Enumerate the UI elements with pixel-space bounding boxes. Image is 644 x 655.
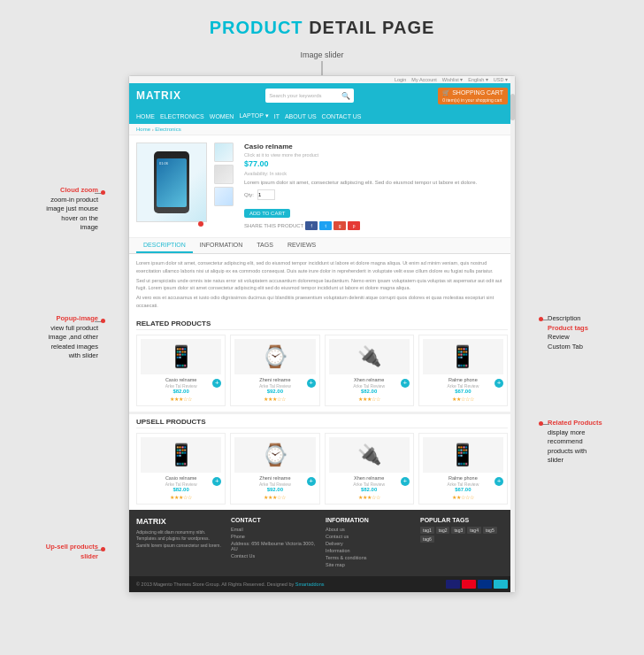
related-product-3-image[interactable]: 🔌 xyxy=(329,339,410,374)
related-product-1-image[interactable]: 📱 xyxy=(141,339,221,374)
nav-it[interactable]: IT xyxy=(274,113,280,119)
upsell-product-4-image[interactable]: 📱 xyxy=(423,437,503,473)
related-product-3-stars: ★★★☆☆ xyxy=(329,396,410,402)
upsell-product-1-image[interactable]: 📱 xyxy=(141,437,221,473)
footer-about-text: Adipiscing elit diam nonummy nibh. Templ… xyxy=(136,529,224,550)
footer-phone[interactable]: Phone xyxy=(231,534,318,539)
breadcrumb-electronics[interactable]: Electronics xyxy=(155,127,180,132)
related-product-2-name: Zheni relname xyxy=(234,377,315,382)
breadcrumb: Home › Electronics xyxy=(129,124,515,135)
product-image-wrapper: 01:06 xyxy=(136,143,207,230)
browser-scrollbar[interactable] xyxy=(510,76,515,592)
tag-3[interactable]: tag3 xyxy=(451,527,465,534)
upsell-product-4-add[interactable]: + xyxy=(494,477,503,486)
description-text: Lorem ipsum dolor sit amet, consectetur … xyxy=(136,259,508,274)
share-label: SHARE THIS PRODUCT xyxy=(244,223,303,228)
related-product-1-price: $82.00 xyxy=(141,389,221,394)
share-row: SHARE THIS PRODUCT f t g p xyxy=(244,221,508,230)
store-nav: HOME ELECTRONICS WOMEN LAPTOP ▾ IT ABOUT… xyxy=(129,108,515,124)
page-title: PRODUCT DETAIL PAGE xyxy=(9,18,635,38)
upsell-product-3-name: Xhen relname xyxy=(329,475,410,481)
footer-about-col: MATRIX Adipiscing elit diam nonummy nibh… xyxy=(136,517,224,569)
nav-contact[interactable]: CONTACT US xyxy=(322,113,362,119)
upsell-iron-icon: 🔌 xyxy=(357,443,381,466)
popup-trigger-dot[interactable] xyxy=(198,221,203,227)
gplus-share-btn[interactable]: g xyxy=(334,221,346,230)
store-logo: MATRIX xyxy=(136,89,181,102)
footer-information[interactable]: Information xyxy=(326,548,413,553)
related-product-1-name: Casio relname xyxy=(141,377,221,382)
related-product-3-add[interactable]: + xyxy=(401,379,410,388)
related-product-4-add[interactable]: + xyxy=(494,379,503,388)
popup-image-label: Popup-image xyxy=(49,314,98,324)
tab-information[interactable]: INFORMATION xyxy=(193,238,249,253)
currency-link[interactable]: English ▾ xyxy=(468,77,488,82)
footer-sitemap[interactable]: Site map xyxy=(326,562,413,567)
nav-home[interactable]: HOME xyxy=(136,113,155,119)
footer-contact-link-2[interactable]: Contact us xyxy=(326,534,413,539)
tag-2[interactable]: tag2 xyxy=(436,527,450,534)
upsell-product-2-image[interactable]: ⌚ xyxy=(234,437,315,473)
upsell-product-3-image[interactable]: 🔌 xyxy=(329,437,410,473)
cart-button[interactable]: 🛒 SHOPPING CART 0 item(s) in your shoppi… xyxy=(438,88,508,104)
scrollbar-thumb[interactable] xyxy=(510,94,515,120)
footer-terms[interactable]: Terms & conditions xyxy=(326,555,413,560)
twitter-share-btn[interactable]: t xyxy=(319,221,332,230)
product-detail-section: 01:06 xyxy=(129,135,515,238)
tab-review-annotation: Review xyxy=(548,333,588,343)
popup-image-desc: view full productimage ,and otherreleate… xyxy=(49,324,98,361)
tab-product-tags-annotation: Product tags xyxy=(548,324,588,334)
visa-icon xyxy=(446,580,460,589)
cloud-zoom-annotation: Cloud zoom zoom-in productimage just mou… xyxy=(46,186,98,233)
quantity-input[interactable] xyxy=(257,189,275,200)
thumb-3[interactable] xyxy=(214,187,234,206)
search-icon[interactable]: 🔍 xyxy=(341,92,350,100)
footer-email[interactable]: Email xyxy=(231,527,318,532)
related-product-4-image[interactable]: 📱 xyxy=(423,339,503,374)
upsell-product-2-add[interactable]: + xyxy=(307,477,316,486)
upsell-product-3: 🔌 Xhen relname Arke Tal Review $82.00 ★★… xyxy=(325,433,414,505)
upsell-tablet2-icon: 📱 xyxy=(449,443,476,467)
tag-4[interactable]: tag4 xyxy=(467,527,481,534)
breadcrumb-home[interactable]: Home xyxy=(136,127,150,132)
thumb-2[interactable] xyxy=(214,165,234,184)
tab-tags[interactable]: TAGS xyxy=(249,238,280,253)
related-product-4-stars: ★★☆☆☆ xyxy=(423,396,503,402)
thumb-1[interactable] xyxy=(214,143,234,162)
related-product-3-name: Xhen relname xyxy=(329,377,410,382)
related-product-2-add[interactable]: + xyxy=(307,379,316,388)
language-link[interactable]: USD ▾ xyxy=(494,77,508,82)
wishlist-link[interactable]: Wishlist ▾ xyxy=(442,77,463,82)
tag-1[interactable]: tag1 xyxy=(420,527,434,534)
tag-6[interactable]: tag6 xyxy=(420,536,434,543)
add-to-cart-button[interactable]: ADD TO CART xyxy=(244,209,290,218)
nav-about[interactable]: ABOUT US xyxy=(285,113,317,119)
related-product-2-image[interactable]: ⌚ xyxy=(234,339,315,374)
main-product-image[interactable]: 01:06 xyxy=(136,143,207,222)
nav-laptop[interactable]: LAPTOP ▾ xyxy=(239,112,268,119)
store-search-bar[interactable]: Search your keywords 🔍 xyxy=(265,89,354,103)
tablet-icon: 📱 xyxy=(168,344,195,369)
upsell-product-3-add[interactable]: + xyxy=(401,477,410,486)
nav-electronics[interactable]: ELECTRONICS xyxy=(160,113,204,119)
facebook-share-btn[interactable]: f xyxy=(305,221,318,230)
image-slider-label: Image slider xyxy=(300,50,343,59)
title-rest: DETAIL PAGE xyxy=(303,18,435,37)
my-account-link[interactable]: My Account xyxy=(411,77,436,82)
login-link[interactable]: Login xyxy=(395,77,406,82)
footer-about-link[interactable]: About us xyxy=(326,527,413,532)
footer-info-col: INFORMATION About us Contact us Delivery… xyxy=(326,517,413,569)
upsell-products-title: UPSELL PRODUCTS xyxy=(136,418,508,428)
related-products-row: 📱 Casio relname Arke Tal Review $82.00 ★… xyxy=(136,335,508,406)
tab-description[interactable]: DESCRIPTION xyxy=(136,238,193,253)
quantity-row: Qty: xyxy=(244,189,508,200)
store-social-bar: Login My Account Wishlist ▾ English ▾ US… xyxy=(129,76,515,83)
footer-contact-link[interactable]: Contact Us xyxy=(231,553,318,559)
pinterest-share-btn[interactable]: p xyxy=(348,221,360,230)
store-header: MATRIX Search your keywords 🔍 🛒 SHOPPING… xyxy=(129,83,515,108)
footer-delivery[interactable]: Delivery xyxy=(326,541,413,546)
nav-women[interactable]: WOMEN xyxy=(210,113,234,119)
tag-5[interactable]: tag5 xyxy=(483,527,497,534)
upsell-product-2-name: Zheni relname xyxy=(234,475,315,481)
tab-reviews[interactable]: REVIEWS xyxy=(280,238,323,253)
